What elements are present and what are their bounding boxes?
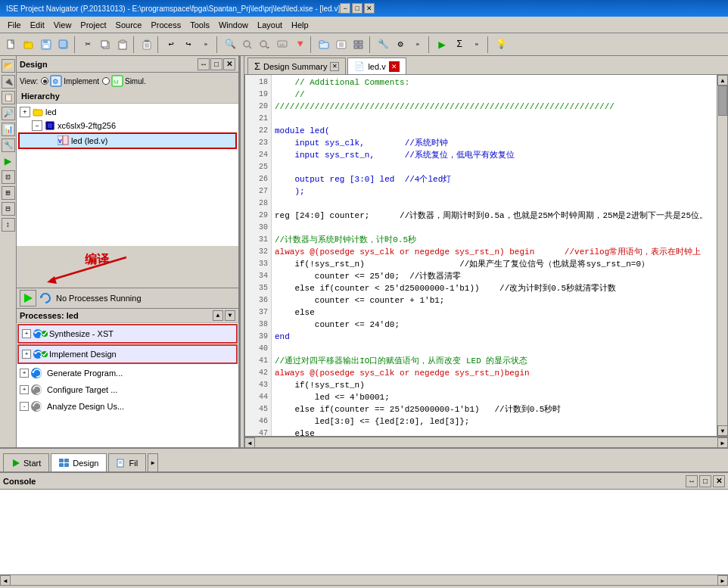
redo-button[interactable]: ↪ — [180, 36, 197, 53]
menu-source[interactable]: Source — [111, 19, 147, 31]
processes-scroll-down[interactable]: ▼ — [225, 310, 235, 321]
tab-design-summary-close[interactable]: ✕ — [330, 62, 339, 71]
editor-hscrollbar[interactable]: ◀ ▶ — [244, 437, 728, 447]
process-expand-synthesize[interactable]: + — [22, 329, 31, 338]
tree-item-led-v[interactable]: V led (led.v) — [18, 132, 237, 149]
icon-bar-btn-3[interactable]: 📋 — [2, 91, 15, 104]
menu-tools[interactable]: Tools — [185, 19, 214, 31]
maximize-button[interactable]: □ — [352, 3, 362, 14]
project-grid-button[interactable] — [350, 36, 367, 53]
process-item-synthesize[interactable]: + Synthesize - XST — [17, 324, 238, 344]
process-expand-generate[interactable]: + — [20, 369, 29, 378]
console-hscroll-left[interactable]: ◀ — [0, 575, 11, 586]
search2-button[interactable] — [239, 36, 256, 53]
menu-help[interactable]: Help — [287, 19, 313, 31]
process-expand-implement[interactable]: + — [22, 350, 31, 359]
hscroll-right-btn[interactable]: ▶ — [717, 437, 728, 447]
scrollbar-thumb[interactable] — [718, 86, 727, 116]
open-button[interactable] — [20, 36, 37, 53]
run-button[interactable] — [20, 290, 36, 306]
editor-scrollbar[interactable]: ▲ ▼ — [717, 75, 727, 436]
menu-edit[interactable]: Edit — [26, 19, 49, 31]
menu-window[interactable]: Window — [214, 19, 253, 31]
project-new-button[interactable] — [316, 36, 332, 53]
replace-button[interactable]: ab — [274, 36, 291, 53]
tab-led-v[interactable]: 📄 led.v ✕ — [347, 58, 406, 74]
process-expand-analyze[interactable]: - — [20, 402, 29, 411]
menu-layout[interactable]: Layout — [253, 19, 287, 31]
console-float-btn[interactable]: □ — [699, 475, 711, 487]
icon-bar-btn-6[interactable]: 🔧 — [2, 138, 15, 152]
icon-bar-btn-9[interactable]: ⊟ — [2, 202, 15, 216]
tab-led-v-close[interactable]: ✕ — [389, 61, 400, 72]
simul-radio[interactable]: M Simul. — [102, 75, 146, 87]
minimize-button[interactable]: − — [340, 3, 350, 14]
menu-project[interactable]: Project — [76, 19, 110, 31]
filter-button[interactable]: 🔻 — [291, 36, 308, 53]
tree-item-xc6slx9[interactable]: − xc6slx9-2ftg256 — [18, 119, 237, 132]
icon-bar-btn-4[interactable]: 🔎 — [2, 107, 15, 120]
implement-radio[interactable]: ⚙ Implement — [41, 75, 99, 87]
undo-button[interactable]: ↩ — [163, 36, 179, 53]
design-panel-close-btn[interactable]: ✕ — [223, 58, 235, 70]
process-item-analyze[interactable]: - Analyze Design Us... — [17, 398, 238, 415]
project-prop-button[interactable] — [333, 36, 350, 53]
code-content[interactable]: // Additional Comments: ////////////////… — [272, 75, 717, 436]
icon-bar-btn-1[interactable]: 📂 — [2, 59, 15, 73]
wrench-button[interactable]: 🔧 — [375, 36, 391, 53]
sigma-button[interactable]: Σ — [451, 36, 468, 53]
icon-bar-btn-run[interactable]: ▶ — [2, 154, 15, 168]
console-expand-btn[interactable]: ↔ — [686, 475, 698, 487]
paste-button[interactable] — [114, 36, 131, 53]
hscroll-track[interactable] — [255, 437, 717, 447]
icon-bar-btn-5[interactable]: 📊 — [2, 123, 15, 136]
icon-bar-btn-8[interactable]: ⊞ — [2, 186, 15, 200]
scrollbar-down-btn[interactable]: ▼ — [717, 425, 728, 436]
svg-point-19 — [260, 41, 266, 47]
process-expand-configure[interactable]: + — [20, 385, 29, 394]
menu-process[interactable]: Process — [146, 19, 185, 31]
bottom-tab-start[interactable]: Start — [3, 453, 49, 471]
bottom-tab-design[interactable]: Design — [51, 453, 107, 471]
process-item-implement[interactable]: + Implement Design — [17, 344, 238, 364]
search-button[interactable]: 🔍 — [222, 36, 238, 53]
processes-scroll-up[interactable]: ▲ — [213, 310, 223, 321]
copy-button[interactable] — [97, 36, 114, 53]
more3-button[interactable]: » — [468, 36, 485, 53]
menu-view[interactable]: View — [49, 19, 76, 31]
tab-design-summary[interactable]: Σ Design Summary ✕ — [247, 58, 346, 74]
console-hscroll-right[interactable]: ▶ — [717, 575, 728, 586]
icon-bar-btn-7[interactable]: ⊡ — [2, 170, 15, 184]
delete-button[interactable] — [138, 36, 155, 53]
tree-item-led-root[interactable]: + led — [18, 105, 237, 119]
scrollbar-up-btn[interactable]: ▲ — [717, 75, 728, 86]
tree-expand-xc6slx9[interactable]: − — [32, 120, 42, 131]
design-panel-float-btn[interactable]: □ — [210, 58, 222, 70]
bottom-tab-files[interactable]: Fil — [108, 453, 146, 471]
bottom-tab-more[interactable]: ▶ — [148, 453, 158, 471]
save-button[interactable] — [38, 36, 54, 53]
icon-bar-btn-10[interactable]: ↕ — [2, 218, 15, 232]
icon-bar-btn-2[interactable]: 🔌 — [2, 75, 15, 89]
find-button[interactable]: + — [257, 36, 273, 53]
lightbulb-button[interactable]: 💡 — [493, 36, 509, 53]
scrollbar-track[interactable] — [717, 86, 727, 425]
console-hscroll-track[interactable] — [11, 575, 717, 585]
settings-button[interactable]: ⚙ — [392, 36, 409, 53]
new-button[interactable] — [3, 36, 20, 53]
process-item-configure[interactable]: + Configure Target ... — [17, 381, 238, 398]
design-panel-expand-btn[interactable]: ↔ — [198, 58, 210, 70]
process-item-generate[interactable]: + Generate Program... — [17, 365, 238, 381]
menu-file[interactable]: File — [3, 19, 26, 31]
run-green-button[interactable]: ▶ — [434, 36, 450, 53]
hscroll-left-btn[interactable]: ◀ — [244, 437, 255, 447]
close-button[interactable]: ✕ — [364, 3, 375, 14]
more-button[interactable]: » — [198, 36, 214, 53]
console-hscrollbar[interactable]: ◀ ▶ — [0, 574, 728, 585]
save-all-button[interactable] — [55, 36, 72, 53]
cut-button[interactable]: ✂ — [79, 36, 96, 53]
console-content[interactable] — [0, 490, 728, 574]
more2-button[interactable]: » — [409, 36, 426, 53]
console-close-btn[interactable]: ✕ — [713, 475, 725, 487]
tree-expand-led-root[interactable]: + — [20, 107, 30, 117]
